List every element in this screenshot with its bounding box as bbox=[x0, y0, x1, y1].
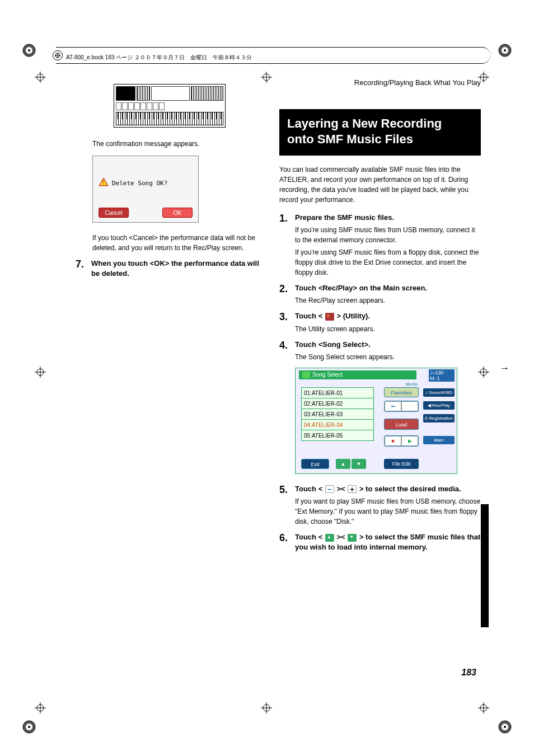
crop-mark bbox=[478, 702, 489, 713]
main-tab[interactable]: Main bbox=[423, 436, 455, 444]
crop-mark bbox=[35, 367, 46, 378]
step-number: 5. bbox=[279, 484, 295, 527]
minus-icon bbox=[325, 485, 334, 493]
down-icon[interactable]: ▼ bbox=[352, 459, 366, 469]
step-number: 7. bbox=[76, 259, 91, 279]
section-title-bar: Layering a New Recording onto SMF Music … bbox=[279, 109, 481, 156]
title-line1: Layering a New Recording bbox=[287, 116, 442, 130]
list-item[interactable]: 03:ATELIER-03 bbox=[301, 408, 374, 420]
keyboard-diagram bbox=[114, 84, 226, 128]
play-icon[interactable]: ▶ bbox=[401, 436, 418, 446]
stop-icon[interactable]: ■ bbox=[385, 436, 401, 446]
step5-text: If you want to play SMF music files from… bbox=[295, 496, 481, 527]
registration-mark-bottom-left bbox=[22, 720, 36, 734]
list-item[interactable]: 05:ATELIER-05 bbox=[301, 430, 374, 441]
step2-title: Touch <Rec/Play> on the Main screen. bbox=[295, 283, 481, 293]
step-number: 4. bbox=[279, 340, 295, 362]
registration-mark-bottom-right bbox=[498, 720, 512, 734]
step3-title: Touch < > (Utility). bbox=[295, 311, 481, 321]
registration-mark-top-left bbox=[22, 44, 36, 57]
dialog-message: Delete Song OK? bbox=[112, 180, 167, 187]
step4-title: Touch <Song Select>. bbox=[295, 340, 481, 350]
step-number: 1. bbox=[279, 213, 295, 278]
media-label: Media bbox=[405, 382, 418, 387]
rec-play-tab[interactable]: ◀ Rec/Play bbox=[423, 401, 455, 410]
warning-icon: ! bbox=[99, 177, 109, 186]
crop-mark bbox=[261, 702, 272, 713]
step-number: 2. bbox=[279, 283, 295, 306]
crop-mark bbox=[35, 72, 46, 83]
registration-tab[interactable]: ⎙ Registration bbox=[423, 414, 455, 422]
side-tabs: ♪ Sound/KBD ◀ Rec/Play ⎙ Registration Ma… bbox=[423, 388, 455, 449]
song-list: 01:ATELIER-01 02:ATELIER-02 03:ATELIER-0… bbox=[301, 387, 374, 440]
arrow-icon: → bbox=[499, 363, 509, 374]
cancel-button[interactable]: Cancel bbox=[99, 208, 129, 218]
step2-text: The Rec/Play screen appears. bbox=[295, 295, 481, 306]
tempo-indicator: ♩=130M: 1 bbox=[429, 369, 455, 382]
load-button[interactable]: Load bbox=[384, 419, 419, 430]
up-down-control: ▲ ▼ bbox=[336, 459, 366, 469]
screen-title: Song Select bbox=[299, 370, 416, 379]
step7-title: When you touch <OK> the performance data… bbox=[91, 259, 263, 279]
step-number: 3. bbox=[279, 311, 295, 334]
sound-tab[interactable]: ♪ Sound/KBD bbox=[423, 388, 455, 397]
plus-minus-control[interactable]: −+ bbox=[384, 401, 419, 412]
favorites-button[interactable]: Favorites bbox=[384, 387, 419, 397]
song-select-screen: Song Select ♩=130M: 1 Media 01:ATELIER-0… bbox=[295, 368, 457, 474]
svg-text:!: ! bbox=[103, 180, 105, 186]
minus-icon[interactable]: − bbox=[385, 401, 401, 411]
list-item-selected[interactable]: 04:ATELIER-04 bbox=[301, 419, 374, 430]
registration-mark-top-right bbox=[498, 44, 512, 57]
file-edit-button[interactable]: File Edit bbox=[384, 459, 419, 469]
screen-title-icon bbox=[302, 372, 310, 378]
confirmation-text: The confirmation message appears. bbox=[92, 139, 263, 149]
plus-icon[interactable]: + bbox=[401, 401, 418, 411]
section-header: Recording/Playing Back What You Play bbox=[279, 78, 481, 87]
up-icon[interactable]: ▲ bbox=[336, 459, 350, 469]
title-line2: onto SMF Music Files bbox=[287, 132, 413, 146]
transport-control[interactable]: ■▶ bbox=[384, 435, 419, 447]
step6-title: Touch < >< > to select the SMF music fil… bbox=[295, 532, 481, 552]
step3-text: The Utility screen appears. bbox=[295, 324, 481, 334]
page-number: 183 bbox=[461, 668, 476, 678]
delete-dialog: ! Delete Song OK? Cancel OK bbox=[92, 156, 199, 223]
ok-button[interactable]: OK bbox=[162, 208, 193, 218]
intro-text: You can load commercially available SMF … bbox=[279, 165, 481, 205]
list-item[interactable]: 01:ATELIER-01 bbox=[301, 387, 374, 398]
svg-point-11 bbox=[504, 726, 506, 728]
list-item[interactable]: 02:ATELIER-02 bbox=[301, 398, 374, 409]
svg-point-5 bbox=[504, 49, 506, 51]
side-text: Recording/Playing Back What You Play bbox=[481, 505, 486, 583]
step-number: 6. bbox=[279, 532, 295, 552]
header-icon bbox=[53, 50, 63, 60]
utility-icon bbox=[325, 313, 334, 321]
cancel-note: If you touch <Cancel> the performance da… bbox=[92, 233, 263, 253]
exit-button[interactable]: Exit bbox=[301, 459, 329, 469]
step1-text2: If you're using SMF music files from a f… bbox=[295, 247, 481, 278]
step4-text: The Song Select screen appears. bbox=[295, 352, 481, 362]
step5-title: Touch < >< > to select the desired media… bbox=[295, 484, 481, 494]
svg-point-2 bbox=[28, 49, 30, 51]
down-arrow-icon bbox=[348, 534, 357, 542]
up-arrow-icon bbox=[325, 534, 334, 542]
step1-title: Prepare the SMF music files. bbox=[295, 213, 481, 223]
crop-mark bbox=[35, 702, 46, 713]
step1-text1: If you're using SMF music files from USB… bbox=[295, 225, 481, 245]
svg-point-8 bbox=[28, 726, 30, 728]
plus-icon bbox=[348, 485, 357, 493]
book-header-text: AT-900_e.book 183 ページ ２００７年９月７日 金曜日 午前８時… bbox=[66, 54, 252, 62]
